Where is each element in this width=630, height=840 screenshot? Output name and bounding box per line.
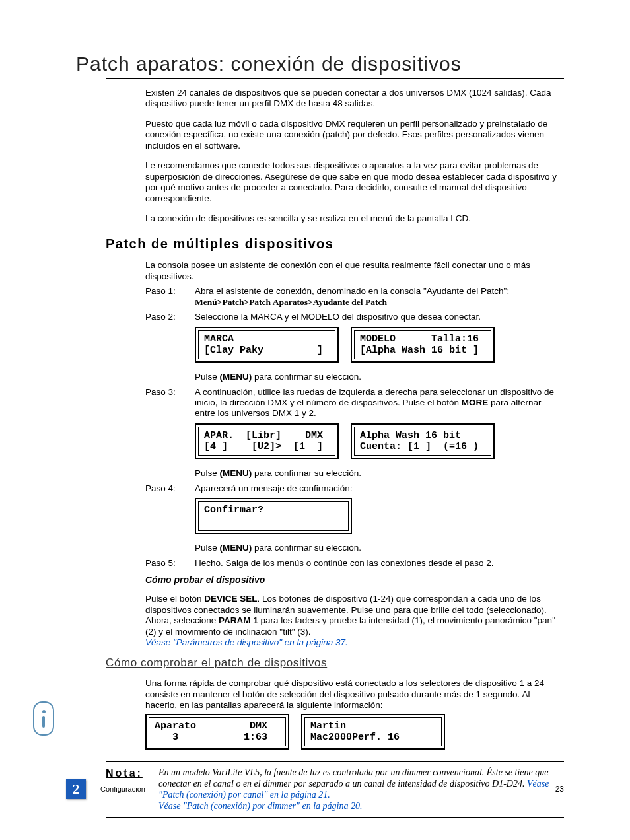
probar-body: Pulse el botón DEVICE SEL. Los botones d… — [145, 594, 564, 648]
caption-menu-2: Pulse (MENU) para confirmar su elección. — [195, 468, 564, 478]
press-menu-pre-1: Pulse — [195, 372, 220, 382]
step-2-label: Paso 2: — [145, 312, 195, 322]
lcd-marca: MARCA [Clay Paky ] — [195, 327, 339, 363]
press-menu-bold-2: (MENU) — [220, 468, 252, 478]
lcd-row-4: Aparato DMX 3 1:63 Martin Mac2000Perf. 1… — [145, 714, 564, 750]
caption-menu-1: Pulse (MENU) para confirmar su elección. — [195, 372, 564, 382]
footer: 2 Configuración 23 — [0, 779, 630, 799]
probar-link[interactable]: Véase "Parámetros de dispositivo" en la … — [145, 637, 348, 647]
chapter-number-badge: 2 — [66, 779, 86, 799]
lcd-confirmar-inner: Confirmar? — [198, 501, 349, 531]
lcd-row-1: MARCA [Clay Paky ] MODELO Talla:16 [Alph… — [195, 327, 564, 363]
step-3: Paso 3: A continuación, utilice las rued… — [145, 387, 564, 419]
step-1-text: Abra el asistente de conexión, denominad… — [195, 286, 509, 296]
lcd-modelo: MODELO Talla:16 [Alpha Wash 16 bit ] — [351, 327, 495, 363]
press-menu-pre-3: Pulse — [195, 543, 220, 553]
info-icon — [33, 701, 54, 736]
step-3-body: A continuación, utilice las ruedas de iz… — [195, 387, 564, 419]
lcd-apar: APAR. [Libr] DMX [4 ] [U2]> [1 ] — [195, 423, 339, 460]
lcd-aparato-inner: Aparato DMX 3 1:63 — [149, 717, 286, 747]
subheading-patch-multiples: Patch de múltiples dispositivos — [106, 236, 564, 252]
lcd-martin-inner: Martin Mac2000Perf. 16 — [304, 717, 442, 747]
page-title: Patch aparatos: conexión de dispositivos — [76, 53, 564, 75]
press-menu-tail-3: para confirmar su elección. — [252, 543, 361, 553]
step-1-label: Paso 1: — [145, 286, 195, 308]
probar-pre: Pulse el botón — [145, 594, 204, 604]
subheading-probar: Cómo probar el dispositivo — [145, 575, 564, 585]
step-1-body: Abra el asistente de conexión, denominad… — [195, 286, 564, 308]
press-menu-bold-3: (MENU) — [220, 543, 252, 553]
probar-param1: PARAM 1 — [219, 615, 258, 625]
lcd-alpha: Alpha Wash 16 bit Cuenta: [1 ] (=16 ) — [351, 423, 495, 460]
lcd-apar-inner: APAR. [Libr] DMX [4 ] [U2]> [1 ] — [198, 427, 335, 456]
lcd-martin: Martin Mac2000Perf. 16 — [301, 714, 445, 750]
step-4: Paso 4: Aparecerá un mensaje de confirma… — [145, 483, 564, 494]
press-menu-tail-1: para confirmar su elección. — [252, 372, 361, 382]
caption-menu-3: Pulse (MENU) para confirmar su elección. — [195, 543, 564, 553]
lcd-marca-inner: MARCA [Clay Paky ] — [198, 330, 335, 360]
lcd-alpha-inner: Alpha Wash 16 bit Cuenta: [1 ] (=16 ) — [354, 427, 491, 456]
step-3-label: Paso 3: — [145, 387, 195, 419]
step-4-label: Paso 4: — [145, 483, 195, 494]
comprobar-body: Una forma rápida de comprobar qué dispos… — [145, 678, 564, 711]
press-menu-tail-2: para confirmar su elección. — [252, 468, 361, 478]
intro-p4: La conexión de dispositivos es sencilla … — [145, 213, 564, 224]
step-5-body: Hecho. Salga de los menús o continúe con… — [195, 558, 564, 569]
lcd-aparato: Aparato DMX 3 1:63 — [145, 714, 289, 750]
patch-multiples-lead: La consola posee un asistente de conexió… — [145, 260, 564, 282]
press-menu-bold-1: (MENU) — [220, 372, 252, 382]
probar-device-sel: DEVICE SEL — [204, 594, 257, 604]
intro-p3: Le recomendamos que conecte todos sus di… — [145, 160, 564, 204]
step-5-label: Paso 5: — [145, 558, 195, 569]
step-1-menu-path: Menú>Patch>Patch Aparatos>Ayudante del P… — [195, 297, 387, 307]
step-1: Paso 1: Abra el asistente de conexión, d… — [145, 286, 564, 308]
step-2-body: Seleccione la MARCA y el MODELO del disp… — [195, 312, 564, 322]
intro-p1: Existen 24 canales de dispositivos que s… — [145, 88, 564, 110]
press-menu-pre-2: Pulse — [195, 468, 220, 478]
lcd-confirmar: Confirmar? — [195, 498, 352, 534]
step-4-body: Aparecerá un mensaje de confirmación: — [195, 483, 564, 494]
step-2: Paso 2: Seleccione la MARCA y el MODELO … — [145, 312, 564, 322]
lcd-row-2: APAR. [Libr] DMX [4 ] [U2]> [1 ] Alpha W… — [195, 423, 564, 460]
title-rule — [106, 78, 564, 79]
chapter-title: Configuración — [100, 785, 555, 793]
intro-p2: Puesto que cada luz móvil o cada disposi… — [145, 119, 564, 151]
note-link-2[interactable]: Véase "Patch (conexión) por dimmer" en l… — [158, 801, 362, 811]
subheading-comprobar: Cómo comprobar el patch de dispositivos — [106, 656, 564, 670]
lcd-modelo-inner: MODELO Talla:16 [Alpha Wash 16 bit ] — [354, 330, 491, 360]
step-5: Paso 5: Hecho. Salga de los menús o cont… — [145, 558, 564, 569]
page-number: 23 — [555, 785, 564, 794]
step-3-more: MORE — [462, 398, 489, 407]
lcd-row-3: Confirmar? — [195, 498, 564, 534]
